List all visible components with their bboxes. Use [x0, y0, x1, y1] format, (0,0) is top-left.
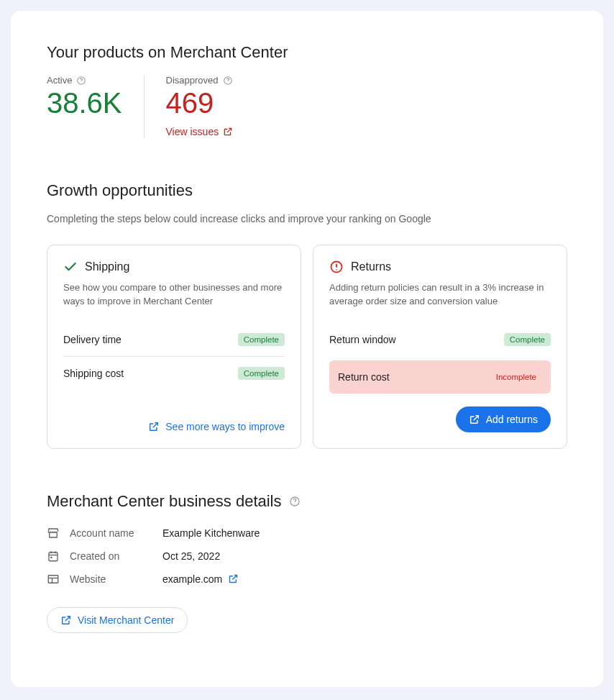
- growth-subtitle: Completing the steps below could increas…: [47, 213, 567, 224]
- disapproved-label: Disapproved: [166, 75, 219, 86]
- shipping-cost-row: Shipping cost Complete: [63, 357, 285, 390]
- shipping-title: Shipping: [85, 260, 129, 273]
- account-name-row: Account name Example Kitchenware: [47, 527, 567, 540]
- svg-rect-9: [49, 552, 58, 560]
- view-issues-link[interactable]: View issues: [166, 126, 234, 137]
- return-cost-row: Return cost Incomplete: [329, 360, 551, 394]
- storefront-icon: [47, 527, 60, 540]
- status-badge: Complete: [238, 367, 285, 380]
- stats-row: Active 38.6K Disapproved 469 View issues: [47, 75, 567, 138]
- active-stat: Active 38.6K: [47, 75, 144, 138]
- external-link-icon: [228, 573, 239, 584]
- account-value: Example Kitchenware: [162, 527, 260, 539]
- svg-point-3: [227, 82, 228, 83]
- shipping-card: Shipping See how you compare to other bu…: [47, 245, 301, 449]
- svg-point-8: [294, 503, 295, 504]
- returns-title: Returns: [351, 260, 391, 273]
- external-link-icon: [148, 421, 160, 432]
- created-value: Oct 25, 2022: [162, 550, 220, 562]
- disapproved-stat: Disapproved 469 View issues: [144, 75, 255, 138]
- external-link-icon: [60, 614, 72, 626]
- growth-title: Growth opportunities: [47, 181, 567, 200]
- delivery-time-row: Delivery time Complete: [63, 323, 285, 357]
- visit-merchant-center-button[interactable]: Visit Merchant Center: [47, 607, 188, 633]
- view-issues-label: View issues: [166, 126, 219, 137]
- created-label: Created on: [70, 550, 152, 562]
- active-label: Active: [47, 75, 72, 86]
- returns-card: Returns Adding return policies can resul…: [313, 245, 567, 449]
- visit-merchant-center-label: Visit Merchant Center: [78, 614, 174, 626]
- delivery-time-label: Delivery time: [63, 334, 122, 345]
- status-badge: Incomplete: [490, 371, 542, 383]
- created-on-row: Created on Oct 25, 2022: [47, 550, 567, 563]
- help-icon[interactable]: [289, 496, 301, 507]
- external-link-icon: [469, 414, 480, 425]
- active-value: 38.6K: [47, 87, 122, 119]
- svg-rect-14: [48, 575, 58, 583]
- web-icon: [47, 573, 60, 586]
- shipping-cost-label: Shipping cost: [63, 368, 124, 379]
- details-title: Merchant Center business details: [47, 492, 282, 511]
- check-icon: [63, 260, 78, 274]
- see-more-ways-button[interactable]: See more ways to improve: [148, 421, 285, 432]
- account-label: Account name: [70, 527, 152, 539]
- add-returns-button[interactable]: Add returns: [456, 406, 551, 432]
- disapproved-value: 469: [166, 87, 234, 119]
- alert-icon: [329, 260, 344, 274]
- status-badge: Complete: [238, 333, 285, 346]
- help-icon[interactable]: [76, 76, 86, 86]
- returns-desc: Adding return policies can result in a 3…: [329, 281, 551, 309]
- return-cost-label: Return cost: [338, 371, 390, 383]
- add-returns-label: Add returns: [486, 414, 538, 425]
- website-value: example.com: [162, 573, 222, 585]
- external-link-icon: [223, 127, 233, 137]
- website-label: Website: [70, 573, 152, 585]
- website-row: Website example.com: [47, 573, 567, 586]
- website-link[interactable]: example.com: [162, 573, 239, 585]
- return-window-row: Return window Complete: [329, 323, 551, 356]
- svg-rect-13: [50, 556, 52, 558]
- calendar-icon: [47, 550, 60, 563]
- products-title: Your products on Merchant Center: [47, 43, 567, 62]
- svg-point-6: [336, 269, 337, 271]
- help-icon[interactable]: [223, 76, 233, 86]
- status-badge: Complete: [504, 333, 551, 346]
- shipping-desc: See how you compare to other businesses …: [63, 281, 285, 309]
- return-window-label: Return window: [329, 334, 396, 345]
- see-more-ways-label: See more ways to improve: [165, 421, 285, 432]
- svg-point-1: [81, 82, 82, 83]
